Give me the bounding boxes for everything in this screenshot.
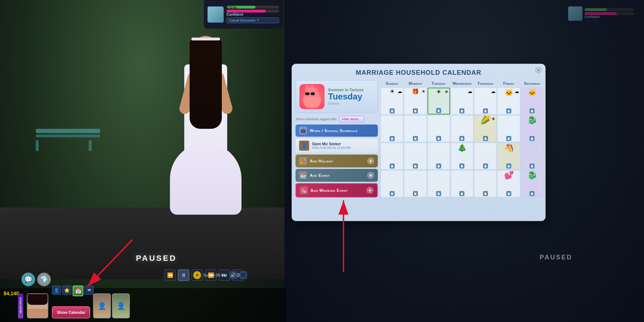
cell-actions: 📋 (459, 191, 464, 196)
action-dot: 📋 (390, 164, 395, 169)
filter-row: Show schedules tagged with: Filter Items… (296, 116, 378, 122)
calendar-row-2: 📋 📋 📋 📋 (381, 115, 543, 142)
schedule-title: Work / School Schedule (310, 128, 358, 133)
cell-actions: 📋 (390, 191, 395, 196)
add-holiday-button[interactable]: 🎉 Add Holiday + (296, 155, 378, 167)
cell-actions: 📋 (530, 191, 535, 196)
action-dot: 📋 (530, 164, 535, 169)
calendar-headers: Sunday Monday Tuesday Wednesday Thursday… (381, 80, 543, 87)
mood-bars: 55% Confident Casual Discussion ? (226, 6, 279, 23)
event-icon-cell: 💕 (504, 171, 514, 179)
cell-r3-wed[interactable]: 🎄 📋 (451, 143, 473, 170)
bottom-icon-row: 👤 ⭐ 📅 ❤ (52, 286, 94, 296)
sub-name: Open Mic Seeker (312, 142, 374, 146)
calendar-title: Marriage Household Calendar (292, 64, 545, 79)
add-wedding-event-button[interactable]: 💒 Add Wedding Event + (296, 183, 378, 197)
cell-actions: 📋 (436, 136, 441, 141)
cell-r1-sun[interactable]: ☁ ☀ 📋 (381, 88, 403, 114)
action-dot: 📋 (436, 136, 441, 141)
cell-actions: 📋 (459, 136, 464, 141)
action-button[interactable]: Casual Discussion ? (226, 18, 279, 23)
event-icon: 📆 (299, 171, 307, 179)
cell-r2-wed[interactable]: 📋 (451, 115, 473, 142)
skills-btn[interactable]: ⭐ (62, 286, 72, 295)
cell-r2-sat[interactable]: 🐉 📋 (521, 115, 543, 142)
sound-icon[interactable]: 🔊 (229, 271, 237, 279)
cell-r3-tue[interactable]: 📋 (428, 143, 450, 170)
schedule-icon: 💼 (299, 127, 307, 135)
bottom-toolbar: $4,140 INSPIRED 💬 💎 Show Calendar 👤 ⭐ 📅 … (0, 288, 286, 322)
calendar-row-3: 📋 📋 📋 🎄 📋 (381, 143, 543, 170)
date-info: Summer in Tartosa Tuesday Sunny (328, 88, 374, 106)
event-icon-cell: ☀ (390, 89, 395, 94)
cell-actions: 📋 (436, 108, 441, 113)
header-saturday: Saturday (521, 80, 543, 87)
time-display: Sun: 9:39 PM (203, 273, 227, 277)
calendar-rows: ☁ ☀ 📋 ☀ 🎁 📋 ☀ ☀ 📋 (381, 88, 543, 197)
cell-r4-sat[interactable]: 🐉 📋 (521, 170, 543, 197)
sim-face[interactable] (27, 293, 48, 318)
cell-actions: 📋 (390, 136, 395, 141)
cell-r2-thu[interactable]: ☀ 🌽 📋 (474, 115, 497, 142)
cell-r1-thu[interactable]: ☁ 📋 (474, 88, 497, 114)
family-portrait-2[interactable]: 👤 (112, 293, 130, 318)
cell-r3-fri[interactable]: 🐴 📋 (497, 143, 520, 170)
sim-mode-btn[interactable]: 👤 (52, 286, 61, 295)
cell-r3-mon[interactable]: 📋 (404, 143, 426, 170)
mood-label: Confident (226, 13, 279, 16)
cell-r2-fri[interactable]: 📋 (497, 115, 520, 142)
event-icon-cell: 🎄 (457, 144, 467, 152)
add-event-button[interactable]: 📆 Add Event + (296, 169, 378, 182)
weather-icon: ☁ (491, 89, 496, 94)
filter-label: Show schedules tagged with: (296, 117, 337, 121)
header-thursday: Thursday (474, 80, 497, 87)
action-dot: 📋 (436, 164, 441, 169)
action-dot: 📋 (530, 191, 535, 196)
relationships-btn[interactable]: ❤ (84, 286, 94, 295)
close-button[interactable]: × (535, 67, 542, 73)
rewind-button[interactable]: ⏪ (164, 269, 176, 281)
cell-r4-mon[interactable]: 📋 (404, 170, 426, 197)
cell-r4-fri[interactable]: 💕 📋 (497, 170, 520, 197)
paused-label: PAUSED (136, 254, 177, 263)
holiday-label: Add Holiday (310, 159, 364, 163)
sub-time: From 5:00 PM to 11:00 PM (312, 146, 374, 150)
action-dot: 📋 (506, 164, 511, 169)
cell-r1-tue-today[interactable]: ☀ ☀ 📋 (428, 88, 450, 114)
pause-button[interactable]: ⏸ (178, 269, 189, 281)
action-dot: 📋 (436, 108, 441, 113)
cell-r4-tue[interactable]: 📋 (428, 170, 450, 197)
cell-actions: 📋 (413, 191, 418, 196)
cell-r2-sun[interactable]: 📋 (381, 115, 403, 142)
cell-r4-sun[interactable]: 📋 (381, 170, 403, 197)
cell-r1-wed[interactable]: ☁ 📋 (451, 88, 473, 114)
filter-button[interactable]: Filter Items... (339, 116, 364, 122)
cell-r1-fri[interactable]: ☁ 🐱 📋 (497, 88, 520, 114)
character-avatar (208, 6, 224, 23)
cell-r1-mon[interactable]: ☀ 🎁 📋 (404, 88, 426, 114)
calendar-icon-btn[interactable]: 📅 (73, 286, 83, 296)
header-friday: Friday (497, 80, 520, 87)
family-portrait-1[interactable]: 👤 (93, 293, 111, 318)
cell-r2-tue[interactable]: 📋 (428, 115, 450, 142)
cell-r1-sat[interactable]: 🐱 📋 (521, 88, 543, 114)
event-label: Add Event (310, 173, 364, 177)
cell-r4-thu[interactable]: 📋 (474, 170, 497, 197)
action-icon-teal[interactable]: 💬 (21, 273, 35, 286)
cell-r3-sun[interactable]: 📋 (381, 143, 403, 170)
cell-r3-sat[interactable]: 📋 (521, 143, 543, 170)
cell-actions: 📋 (530, 108, 535, 113)
cell-r2-mon[interactable]: 📋 (404, 115, 426, 142)
cell-actions: 📋 (436, 164, 441, 169)
inspired-badge: INSPIRED (18, 293, 23, 318)
show-calendar-button[interactable]: Show Calendar (52, 306, 90, 318)
work-school-schedule[interactable]: 💼 Work / School Schedule (296, 125, 378, 137)
cell-actions: 📋 (413, 164, 418, 169)
menu-icon[interactable]: ☰ (239, 271, 247, 279)
cell-actions: 📋 (413, 136, 418, 141)
cell-r3-thu[interactable]: 📋 (474, 143, 497, 170)
open-mic-item[interactable]: 👤 Open Mic Seeker From 5:00 PM to 11:00 … (296, 138, 378, 153)
action-dot: 📋 (413, 108, 418, 113)
cell-r4-wed[interactable]: 📋 (451, 170, 473, 197)
action-icon-gray[interactable]: 💎 (37, 273, 51, 286)
